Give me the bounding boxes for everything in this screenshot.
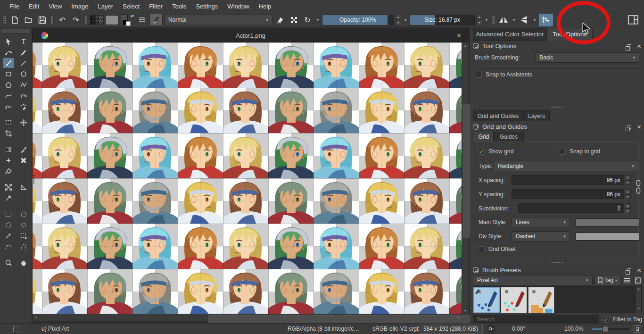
chevron-down-icon[interactable]: ▾ (484, 17, 489, 22)
preserve-alpha-button[interactable] (288, 14, 300, 26)
vertical-mirror-button[interactable] (518, 14, 530, 26)
menu-help[interactable]: Help (254, 1, 276, 12)
zoom-percentage[interactable]: 100.0% (564, 324, 584, 334)
tab-guides[interactable]: Guides (494, 132, 524, 142)
menu-filter[interactable]: Filter (144, 1, 167, 12)
lock-icon[interactable] (473, 43, 479, 49)
gradient-chooser[interactable] (90, 15, 104, 25)
chevron-down-icon[interactable]: ▾ (315, 17, 321, 22)
assistants-tool[interactable] (3, 182, 14, 192)
preset-list-menu-button[interactable] (622, 275, 631, 285)
line-tool[interactable] (18, 58, 29, 68)
tab-layers[interactable]: Layers (523, 110, 550, 121)
scroll-up-icon[interactable]: ▲ (636, 287, 641, 292)
y-spacing-spinner[interactable]: ▲▼ (625, 189, 631, 199)
grid-guides-docker-title[interactable]: Grid and Guides × (473, 122, 641, 131)
menu-window[interactable]: Window (223, 1, 254, 12)
reload-original-preset-button[interactable]: ↻ (301, 14, 314, 26)
menu-file[interactable]: File (5, 1, 24, 12)
chevron-down-icon[interactable]: ▾ (532, 17, 537, 22)
selection-display-button[interactable] (13, 324, 19, 334)
spin-up-icon[interactable]: ▲ (625, 189, 631, 194)
x-spacing-input[interactable]: 96 px (512, 175, 624, 185)
rotation-angle-value[interactable]: 0.00° (512, 324, 525, 334)
grid-type-dropdown[interactable]: Rectangle ▾ (494, 161, 638, 171)
new-document-button[interactable] (8, 14, 21, 26)
undo-button[interactable]: ↶ (56, 14, 68, 26)
link-xy-spacing-icon[interactable] (636, 177, 641, 197)
menu-select[interactable]: Select (118, 1, 144, 12)
main-style-color-button[interactable] (576, 218, 639, 226)
spin-down-icon[interactable]: ▼ (625, 180, 631, 185)
brush-editor-button[interactable] (149, 14, 163, 26)
multibrush-tool[interactable] (18, 101, 29, 111)
spin-up-icon[interactable]: ▲ (476, 15, 482, 20)
spin-down-icon[interactable]: ▼ (395, 20, 401, 25)
horizontal-mirror-button[interactable] (497, 14, 510, 26)
toolbox-drag-handle[interactable] (1, 28, 31, 33)
opacity-spinner[interactable]: ▲▼ (395, 15, 401, 25)
preset-tag-dropdown[interactable]: Pixel Art ▾ (473, 275, 593, 285)
freehand-brush-tool[interactable] (3, 58, 14, 68)
close-docker-icon[interactable]: × (637, 125, 641, 129)
transform-tool[interactable] (3, 117, 14, 127)
bezier-selection-tool[interactable] (3, 242, 14, 251)
div-style-dropdown[interactable]: Dashed ▾ (512, 231, 570, 242)
lock-icon[interactable] (473, 124, 479, 130)
rectangle-tool[interactable] (3, 69, 14, 79)
colorize-mask-tool[interactable] (3, 155, 14, 165)
tab-grid[interactable]: Grid (474, 132, 494, 142)
toolbar-grip[interactable] (3, 16, 6, 24)
eraser-mode-button[interactable] (274, 14, 286, 26)
scroll-right-icon[interactable]: ▸ (455, 314, 462, 321)
pan-tool[interactable] (18, 258, 29, 267)
measure-tool[interactable] (18, 182, 29, 192)
polygon-tool[interactable] (3, 80, 14, 90)
chevron-down-icon[interactable]: ▾ (403, 17, 408, 22)
canvas-title-bar[interactable]: Actor1.png × (33, 29, 469, 42)
select-shapes-tool[interactable] (3, 36, 14, 46)
crop-tool[interactable] (3, 128, 14, 138)
close-docker-icon[interactable]: × (637, 268, 641, 273)
gradient-tool[interactable] (3, 144, 14, 154)
blending-mode-dropdown[interactable]: Normal ▾ (164, 15, 272, 25)
filter-in-tag-checkbox[interactable]: ✓ (603, 317, 609, 323)
snap-to-assistants-checkbox[interactable] (476, 72, 482, 78)
menu-tools[interactable]: Tools (167, 1, 191, 12)
open-document-button[interactable] (22, 14, 34, 26)
brush-composite-options-button[interactable] (136, 14, 148, 26)
snap-to-grid-checkbox[interactable] (560, 149, 566, 155)
preset-display-settings-button[interactable] (633, 275, 642, 285)
spin-up-icon[interactable]: ▲ (625, 175, 631, 180)
docker-splitter-handle[interactable] (551, 262, 563, 264)
brush-preset-pixel-art-pen-red[interactable] (501, 287, 527, 313)
float-docker-icon[interactable] (627, 44, 631, 48)
brush-smoothing-dropdown[interactable]: Basic ▾ (535, 52, 639, 63)
tool-options-docker-title[interactable]: Tool Options × (473, 42, 641, 50)
menu-edit[interactable]: Edit (24, 1, 44, 12)
save-button[interactable] (36, 14, 48, 26)
scroll-up-icon[interactable]: ▲ (462, 42, 469, 49)
polyline-tool[interactable] (18, 80, 29, 90)
preset-scrollbar[interactable]: ▲ ▼ (636, 287, 641, 313)
spin-down-icon[interactable]: ▼ (625, 194, 631, 200)
workspace-chooser-button[interactable] (627, 14, 639, 26)
canvas-rotation-button[interactable] (487, 324, 496, 334)
polygonal-selection-tool[interactable] (3, 220, 14, 230)
main-style-dropdown[interactable]: Lines ▾ (512, 217, 570, 227)
foreground-background-colors[interactable]: ⇄ (120, 14, 134, 26)
similar-color-selection-tool[interactable] (18, 231, 29, 241)
opacity-slider[interactable]: Opacity: 100% (322, 15, 394, 25)
close-docker-icon[interactable]: × (637, 44, 641, 49)
menu-layer[interactable]: Layer (93, 1, 118, 12)
pattern-chooser[interactable] (105, 15, 119, 25)
fill-tool[interactable] (3, 166, 14, 176)
x-spacing-spinner[interactable]: ▲▼ (625, 175, 631, 185)
toolbar-grip[interactable] (51, 16, 53, 24)
brush-preset-pixel-art-pen-gold[interactable] (528, 287, 554, 313)
magnetic-selection-tool[interactable] (18, 242, 29, 251)
horizontal-scrollbar[interactable]: ◂ ▸ (33, 314, 469, 321)
menu-view[interactable]: View (44, 1, 66, 12)
search-input[interactable] (473, 315, 599, 324)
spin-down-icon[interactable]: ▼ (476, 20, 482, 25)
